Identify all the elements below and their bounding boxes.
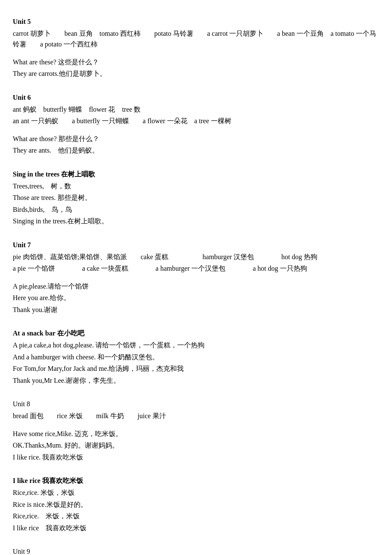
unit-spacer bbox=[13, 534, 379, 538]
unit7-title: Unit 7 bbox=[13, 240, 379, 251]
unit6-line-3: What are those? 那些是什么？ bbox=[13, 133, 379, 145]
unit-spacer bbox=[13, 80, 379, 84]
unit6-line-0: ant 蚂蚁 butterfly 蝴蝶 flower 花 tree 数 bbox=[13, 104, 379, 115]
page-content: Unit 5carrot 胡萝卜 bean 豆角 tomato 西红柿 pota… bbox=[13, 16, 379, 555]
sing-in-trees-line-2: Birds,birds, 鸟，鸟 bbox=[13, 204, 379, 215]
unit-spacer bbox=[13, 463, 379, 468]
sing-in-trees-line-3: Singing in the trees.在树上唱歌。 bbox=[13, 216, 379, 227]
i-like-rice-title: I like rice 我喜欢吃米饭 bbox=[13, 475, 379, 486]
at-snack-bar-line-3: Thank you,Mr Lee.谢谢你，李先生。 bbox=[13, 375, 379, 386]
sing-in-trees-line-1: Those are trees. 那些是树。 bbox=[13, 192, 379, 203]
unit7-line-3: A pie,please.请给一个馅饼 bbox=[13, 281, 379, 292]
sing-in-trees-line-0: Trees,trees, 树，数 bbox=[13, 181, 379, 192]
at-snack-bar-line-2: For Tom,for Mary,for Jack and me.给汤姆，玛丽，… bbox=[13, 363, 379, 374]
i-like-rice-line-3: I like rice 我喜欢吃米饭 bbox=[13, 523, 379, 534]
unit-spacer bbox=[13, 316, 379, 320]
blank-line bbox=[13, 51, 379, 57]
unit-spacer bbox=[13, 387, 379, 391]
i-like-rice-line-1: Rice is nice.米饭是好的。 bbox=[13, 499, 379, 510]
unit7-line-0: pie 肉馅饼、蔬菜馅饼;果馅饼、果馅派 cake 蛋糕 hamburger 汉… bbox=[13, 251, 379, 263]
unit8-title: Unit 8 bbox=[13, 399, 379, 410]
unit6-line-1: an ant 一只蚂蚁 a butterfly 一只蝴蝶 a flower 一朵… bbox=[13, 116, 379, 127]
i-like-rice-line-0: Rice,rice. 米饭，米饭 bbox=[13, 487, 379, 498]
unit5-line-2: What are these? 这些是什么？ bbox=[13, 57, 379, 68]
unit7-line-4: Here you are.给你。 bbox=[13, 292, 379, 304]
unit8-line-0: bread 面包 rice 米饭 milk 牛奶 juice 果汁 bbox=[13, 410, 379, 422]
i-like-rice-line-2: Rice,rice. 米饭，米饭 bbox=[13, 511, 379, 522]
unit6-title: Unit 6 bbox=[13, 92, 379, 103]
unit8-line-3: OK.Thanks,Mum. 好的。谢谢妈妈。 bbox=[13, 440, 379, 451]
unit-spacer bbox=[13, 228, 379, 232]
at-snack-bar-line-1: And a hamburger with cheese. 和一个奶酪汉堡包。 bbox=[13, 352, 379, 363]
unit8-line-2: Have some rice,Mike. 迈克，吃米饭。 bbox=[13, 428, 379, 439]
unit9-title: Unit 9 bbox=[13, 546, 379, 555]
at-snack-bar-line-0: A pie,a cake,a hot dog,please. 请给一个馅饼，一个… bbox=[13, 340, 379, 351]
sing-in-trees-title: Sing in the trees 在树上唱歌 bbox=[13, 169, 379, 180]
unit5-line-3: They are carrots.他们是胡萝卜。 bbox=[13, 68, 379, 79]
unit-spacer bbox=[13, 157, 379, 161]
at-snack-bar-title: At a snack bar 在小吃吧 bbox=[13, 328, 379, 339]
unit8-line-4: I like rice. 我喜欢吃米饭 bbox=[13, 452, 379, 463]
unit5-title: Unit 5 bbox=[13, 16, 379, 27]
unit7-line-5: Thank you.谢谢 bbox=[13, 304, 379, 315]
blank-line bbox=[13, 127, 379, 133]
unit6-line-4: They are ants. 他们是蚂蚁。 bbox=[13, 145, 379, 156]
unit7-line-1: a pie 一个馅饼 a cake 一块蛋糕 a hamburger 一个汉堡包… bbox=[13, 263, 379, 274]
blank-line bbox=[13, 275, 379, 281]
blank-line bbox=[13, 422, 379, 428]
unit5-line-0: carrot 胡萝卜 bean 豆角 tomato 西红柿 potato 马铃薯… bbox=[13, 28, 379, 50]
